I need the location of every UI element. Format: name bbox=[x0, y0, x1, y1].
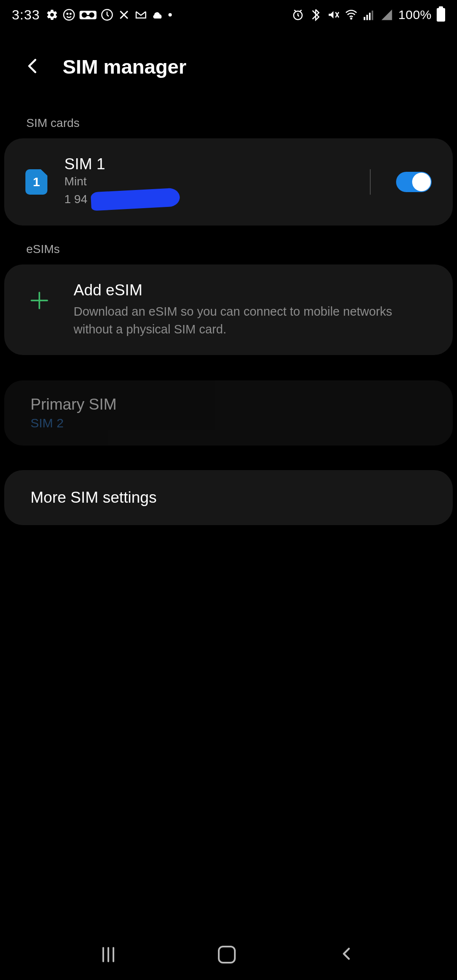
page-title: SIM manager bbox=[63, 55, 187, 78]
signal-2-icon bbox=[380, 8, 393, 21]
toggle-divider bbox=[370, 169, 371, 195]
status-left: 3:33 bbox=[12, 7, 172, 23]
primary-sim-card[interactable]: Primary SIM SIM 2 bbox=[4, 380, 453, 446]
battery-icon bbox=[437, 8, 445, 22]
cloud-icon bbox=[151, 8, 164, 21]
add-esim-title: Add eSIM bbox=[74, 281, 432, 299]
more-sim-settings-card[interactable]: More SIM settings bbox=[4, 470, 453, 525]
bluetooth-icon bbox=[309, 8, 322, 21]
svg-point-9 bbox=[351, 18, 352, 19]
svg-rect-6 bbox=[85, 15, 92, 16]
sim1-badge-number: 1 bbox=[33, 175, 40, 189]
sync-icon bbox=[101, 8, 113, 21]
esims-label: eSIMs bbox=[0, 226, 457, 264]
back-button[interactable] bbox=[24, 57, 42, 77]
mute-icon bbox=[327, 8, 340, 21]
sim1-card[interactable]: 1 SIM 1 Mint 1 94 bbox=[4, 138, 453, 226]
wifi-icon bbox=[345, 8, 358, 21]
primary-sim-value: SIM 2 bbox=[30, 416, 427, 430]
plus-icon bbox=[25, 281, 50, 313]
status-bar: 3:33 bbox=[0, 0, 457, 30]
status-icons-left bbox=[46, 8, 172, 21]
primary-sim-title: Primary SIM bbox=[30, 396, 427, 413]
status-time: 3:33 bbox=[12, 7, 40, 23]
svg-rect-12 bbox=[369, 13, 371, 20]
nav-recents-button[interactable] bbox=[102, 947, 114, 962]
face-icon bbox=[63, 8, 75, 21]
header: SIM manager bbox=[0, 30, 457, 91]
sim1-phone-redacted bbox=[90, 188, 180, 211]
alarm-icon bbox=[292, 8, 304, 21]
voicemail-icon bbox=[80, 8, 96, 21]
svg-rect-13 bbox=[372, 11, 374, 20]
svg-rect-11 bbox=[366, 15, 368, 20]
sim1-toggle[interactable] bbox=[396, 172, 432, 192]
svg-point-1 bbox=[67, 13, 68, 14]
signal-icon bbox=[363, 8, 375, 21]
sim1-info: SIM 1 Mint 1 94 bbox=[64, 155, 349, 209]
nav-home-button[interactable] bbox=[218, 946, 236, 963]
sim1-carrier: Mint bbox=[64, 175, 349, 188]
sim1-title: SIM 1 bbox=[64, 155, 349, 173]
sim1-badge-icon: 1 bbox=[25, 169, 47, 195]
svg-point-2 bbox=[70, 13, 72, 14]
svg-rect-10 bbox=[364, 17, 366, 20]
sim-cards-label: SIM cards bbox=[0, 91, 457, 138]
nav-back-button[interactable] bbox=[339, 946, 355, 963]
cross-icon bbox=[118, 8, 130, 21]
status-right: 100% bbox=[292, 8, 445, 22]
add-esim-card[interactable]: Add eSIM Download an eSIM so you can con… bbox=[4, 264, 453, 355]
svg-point-0 bbox=[64, 10, 74, 20]
sim1-phone-prefix: 1 94 bbox=[64, 193, 88, 206]
more-sim-settings-title: More SIM settings bbox=[30, 489, 427, 507]
navigation-bar bbox=[0, 929, 457, 980]
battery-percent: 100% bbox=[398, 8, 432, 22]
add-esim-description: Download an eSIM so you can connect to m… bbox=[74, 303, 432, 338]
more-notifications-dot bbox=[168, 13, 172, 17]
settings-icon bbox=[46, 8, 58, 21]
gmail-icon bbox=[135, 8, 147, 21]
